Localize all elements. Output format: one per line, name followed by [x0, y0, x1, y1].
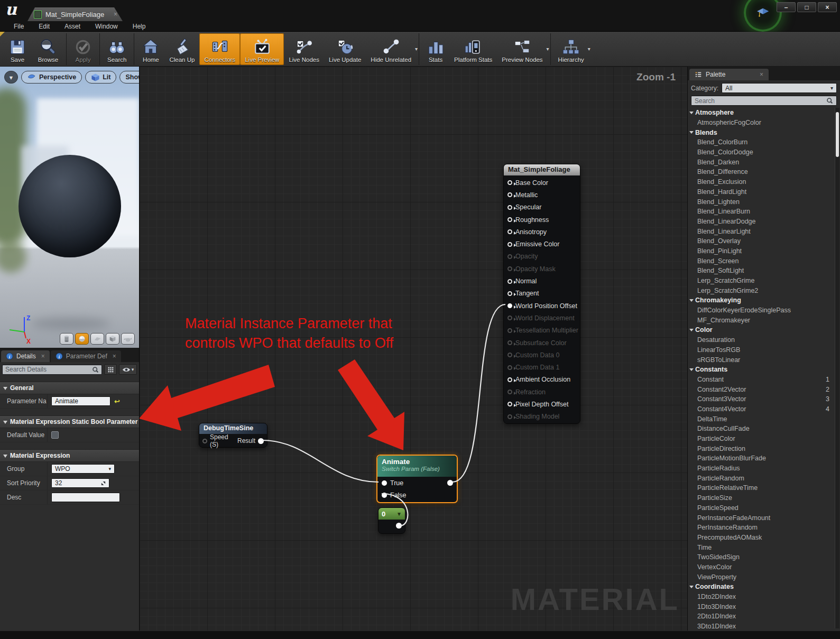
- palette-row[interactable]: 2Dto1DIndex: [688, 612, 834, 622]
- palette-row[interactable]: Blends: [688, 127, 834, 137]
- palette-row[interactable]: Lerp_ScratchGrime: [688, 276, 834, 286]
- node-mat-simplefoliage[interactable]: Mat_SimpleFoliage Base Color Metallic: [503, 164, 580, 424]
- output-pin-icon[interactable]: [447, 480, 453, 486]
- toolbar-button[interactable]: Clean Up: [164, 33, 199, 65]
- menu-item[interactable]: File: [6, 22, 31, 31]
- palette-row[interactable]: VertexColor: [688, 562, 834, 572]
- input-pin-icon[interactable]: [507, 390, 512, 394]
- preview-shape-button[interactable]: [75, 333, 89, 345]
- display-filter-button[interactable]: [104, 364, 117, 375]
- palette-row[interactable]: ParticleSpeed: [688, 503, 834, 513]
- lit-mode-button[interactable]: Lit: [85, 71, 116, 84]
- default-value-checkbox[interactable]: [51, 431, 59, 439]
- toolbar-button[interactable]: Platform Stats: [449, 33, 497, 65]
- input-pin-icon[interactable]: [507, 303, 512, 308]
- details-search-input[interactable]: Search Details: [2, 365, 102, 375]
- toolbar-button[interactable]: Live Update: [324, 33, 366, 65]
- preview-shape-button[interactable]: [60, 333, 73, 345]
- palette-row[interactable]: Lerp_ScratchGrime2: [688, 285, 834, 295]
- menu-item[interactable]: Window: [88, 22, 125, 31]
- palette-row[interactable]: Blend_LinearLight: [688, 226, 834, 236]
- chevron-down-icon[interactable]: ▾: [547, 46, 549, 52]
- input-pin-icon[interactable]: [507, 365, 512, 370]
- palette-row[interactable]: ParticleRadius: [688, 464, 834, 474]
- preview-shape-button[interactable]: [90, 333, 104, 345]
- input-pin-icon[interactable]: [382, 493, 387, 498]
- palette-row[interactable]: Blend_Overlay: [688, 236, 834, 246]
- input-pin-icon[interactable]: [507, 414, 512, 419]
- input-pin-icon[interactable]: [507, 328, 512, 333]
- section-static-bool-parameter[interactable]: Material Expression Static Bool Paramete…: [0, 415, 139, 428]
- material-graph-canvas[interactable]: Zoom -1 Mat_SimpleFoliage Base Color Met: [140, 67, 687, 631]
- node-title[interactable]: Mat_SimpleFoliage: [504, 164, 580, 175]
- sort-priority-field[interactable]: 32: [51, 478, 109, 488]
- menu-item[interactable]: Asset: [57, 22, 88, 31]
- palette-row[interactable]: 1Dto2DIndex: [688, 592, 834, 602]
- preview-shape-button[interactable]: [106, 333, 119, 345]
- tab-details[interactable]: Details ×: [1, 350, 50, 362]
- desc-field[interactable]: [51, 493, 120, 502]
- node-title[interactable]: DebugTimeSine: [199, 423, 267, 434]
- palette-row[interactable]: Constant 1: [688, 375, 834, 385]
- palette-row[interactable]: Blend_LinearDodge: [688, 217, 834, 227]
- asset-tab-close-icon[interactable]: ×: [114, 11, 117, 18]
- section-material-expression[interactable]: Material Expression: [0, 449, 139, 462]
- section-general[interactable]: General: [0, 382, 139, 394]
- input-pin-icon[interactable]: [507, 340, 512, 345]
- node-title[interactable]: Animate: [382, 458, 453, 466]
- toolbar-button[interactable]: Hierarchy ▾: [550, 33, 589, 65]
- viewport-options-button[interactable]: ▾: [4, 71, 18, 84]
- output-pin-icon[interactable]: [396, 523, 402, 529]
- toolbar-button[interactable]: Apply: [66, 33, 97, 65]
- node-debugtimesine[interactable]: DebugTimeSine Speed (S) Result: [199, 423, 267, 448]
- tab-parameter-defaults[interactable]: Parameter Def ×: [51, 350, 121, 362]
- toolbar-button[interactable]: Search: [99, 33, 131, 65]
- toolbar-button[interactable]: Stats: [419, 33, 449, 65]
- palette-row[interactable]: PrecomputedAOMask: [688, 533, 834, 543]
- palette-row[interactable]: Blend_ColorBurn: [688, 137, 834, 147]
- node-constant[interactable]: 0 ▼: [378, 507, 405, 534]
- tab-close-icon[interactable]: ×: [41, 353, 45, 360]
- input-pin-icon[interactable]: [507, 353, 512, 357]
- toolbar-button[interactable]: Save: [2, 33, 33, 65]
- palette-row[interactable]: Blend_Screen: [688, 256, 834, 266]
- group-dropdown[interactable]: WPO ▾: [51, 464, 115, 474]
- input-pin-icon[interactable]: [202, 439, 207, 443]
- toolbar-button[interactable]: Browse: [33, 33, 63, 65]
- palette-row[interactable]: Blend_Difference: [688, 167, 834, 177]
- tab-close-icon[interactable]: ×: [113, 353, 116, 360]
- palette-row[interactable]: Blend_SoftLight: [688, 266, 834, 276]
- palette-row[interactable]: ParticleSize: [688, 493, 834, 503]
- input-pin-icon[interactable]: [507, 254, 512, 259]
- palette-row[interactable]: Time: [688, 542, 834, 552]
- input-pin-icon[interactable]: [507, 217, 512, 222]
- palette-row[interactable]: ViewProperty: [688, 572, 834, 582]
- palette-row[interactable]: Constant4Vector 4: [688, 404, 834, 414]
- palette-row[interactable]: ParticleMotionBlurFade: [688, 453, 834, 464]
- input-pin-icon[interactable]: [507, 266, 512, 271]
- close-button[interactable]: ×: [818, 2, 837, 12]
- palette-search-input[interactable]: Search: [691, 96, 837, 106]
- palette-row[interactable]: 1Dto3DIndex: [688, 601, 834, 612]
- parameter-name-field[interactable]: Animate: [51, 396, 110, 406]
- preview-shape-button[interactable]: [121, 333, 135, 345]
- palette-row[interactable]: Constant3Vector 3: [688, 394, 834, 404]
- palette-row[interactable]: Blend_Lighten: [688, 197, 834, 207]
- output-pin-icon[interactable]: [258, 438, 264, 444]
- palette-row[interactable]: ParticleDirection: [688, 443, 834, 453]
- menu-item[interactable]: Help: [125, 22, 153, 31]
- input-pin-icon[interactable]: [507, 205, 512, 210]
- palette-row[interactable]: 3Dto1DIndex: [688, 622, 834, 631]
- palette-row[interactable]: Atmosphere: [688, 108, 834, 118]
- palette-row[interactable]: AtmosphericFogColor: [688, 118, 834, 128]
- palette-row[interactable]: Color: [688, 325, 834, 335]
- input-pin-icon[interactable]: [507, 291, 512, 296]
- toolbar-button[interactable]: Home: [134, 33, 164, 65]
- reset-to-default-icon[interactable]: ↩: [114, 397, 120, 405]
- view-options-button[interactable]: ▾: [119, 364, 137, 375]
- palette-scrollbar[interactable]: [835, 108, 839, 628]
- palette-row[interactable]: Constants: [688, 365, 834, 375]
- palette-row[interactable]: ParticleRandom: [688, 473, 834, 483]
- palette-row[interactable]: PerInstanceRandom: [688, 523, 834, 533]
- node-animate-switch-param[interactable]: Animate Switch Param (False) True False: [376, 455, 458, 503]
